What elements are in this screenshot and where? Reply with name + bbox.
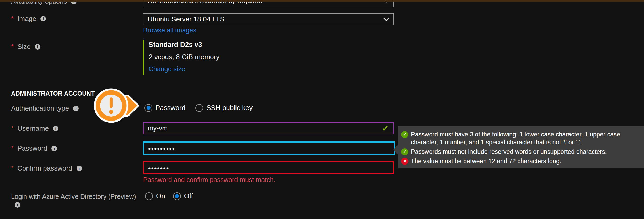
check-circle-icon [401, 131, 408, 138]
required-asterisk: * [11, 124, 14, 133]
check-circle-icon [401, 148, 408, 155]
radio-password-label: Password [155, 104, 185, 112]
availability-options-label-text: Availability options [11, 2, 67, 6]
confirm-password-input[interactable]: ••••••• [143, 161, 394, 174]
required-asterisk: * [11, 43, 14, 51]
required-asterisk: * [11, 15, 14, 23]
tooltip-item: Passwords must not include reserved word… [401, 148, 640, 156]
radio-circle [195, 104, 203, 112]
administrator-account-heading: ADMINISTRATOR ACCOUNT [11, 90, 95, 97]
radio-ssh-public-key[interactable]: SSH public key [195, 104, 253, 112]
aad-login-label: Login with Azure Active Directory (Previ… [11, 193, 136, 200]
clipped-top-row: Availability options No infrastructure r… [0, 2, 644, 7]
chevron-down-icon [383, 15, 389, 21]
aad-login-radio-group: On Off [145, 192, 193, 200]
radio-circle [145, 192, 153, 200]
valid-check-icon [382, 123, 389, 133]
size-specs: 2 vcpus, 8 GiB memory [149, 53, 219, 61]
info-icon[interactable] [71, 2, 77, 4]
radio-off-label: Off [184, 192, 193, 200]
confirm-password-label: * Confirm password [11, 164, 82, 172]
password-validation-tooltip: Password must have 3 of the following: 1… [398, 126, 644, 168]
size-name: Standard D2s v3 [149, 41, 219, 49]
size-label: * Size [11, 43, 40, 51]
info-icon[interactable] [53, 126, 58, 131]
chevron-down-icon [383, 2, 389, 3]
availability-options-label: Availability options [11, 2, 77, 6]
confirm-password-error: Password and confirm password must match… [143, 176, 275, 184]
radio-on-label: On [156, 192, 165, 200]
radio-circle [173, 192, 181, 200]
info-icon[interactable] [35, 44, 40, 50]
radio-password[interactable]: Password [144, 104, 185, 112]
availability-options-dropdown[interactable]: No infrastructure redundancy required [143, 2, 394, 7]
authentication-type-radio-group: Password SSH public key [144, 104, 253, 112]
password-label-text: Password [17, 144, 47, 152]
info-icon[interactable] [77, 166, 82, 171]
attention-pointer-icon [92, 85, 141, 126]
tooltip-item-text: Password must have 3 of the following: 1… [411, 130, 640, 146]
info-icon[interactable] [51, 146, 57, 151]
authentication-type-label-text: Authentication type [11, 104, 69, 112]
size-summary: Standard D2s v3 2 vcpus, 8 GiB memory Ch… [143, 40, 219, 75]
radio-circle [144, 104, 152, 112]
confirm-password-masked-value: ••••••• [148, 163, 169, 172]
username-label-text: Username [17, 124, 49, 133]
size-label-text: Size [17, 43, 31, 51]
radio-off[interactable]: Off [173, 192, 193, 200]
cross-circle-icon [401, 158, 408, 165]
aad-login-label-text: Login with Azure Active Directory (Previ… [11, 193, 136, 200]
radio-ssh-label: SSH public key [206, 104, 253, 112]
image-dropdown[interactable]: Ubuntu Server 18.04 LTS [143, 13, 394, 25]
username-value: my-vm [148, 124, 168, 132]
tooltip-arrow [393, 145, 398, 155]
info-icon[interactable] [73, 106, 79, 111]
tooltip-item: The value must be between 12 and 72 char… [401, 157, 640, 165]
authentication-type-label: Authentication type [11, 104, 79, 112]
radio-on[interactable]: On [145, 192, 165, 200]
image-label: * Image [11, 15, 46, 23]
tooltip-item-text: The value must be between 12 and 72 char… [411, 157, 640, 165]
info-icon[interactable] [15, 202, 20, 208]
username-label: * Username [11, 124, 58, 133]
vm-create-form: Availability options No infrastructure r… [0, 0, 644, 219]
availability-options-value: No infrastructure redundancy required [148, 2, 384, 5]
info-icon[interactable] [40, 16, 46, 21]
required-asterisk: * [11, 144, 14, 152]
required-asterisk: * [11, 164, 14, 172]
tooltip-item: Password must have 3 of the following: 1… [401, 130, 640, 146]
tooltip-item-text: Passwords must not include reserved word… [411, 148, 640, 156]
password-masked-value: ••••••••• [148, 144, 175, 152]
image-label-text: Image [17, 15, 36, 23]
change-size-link[interactable]: Change size [149, 65, 185, 73]
password-input[interactable]: ••••••••• [143, 141, 395, 155]
browse-all-images-link[interactable]: Browse all images [143, 26, 196, 34]
username-input[interactable]: my-vm [143, 122, 394, 134]
confirm-password-label-text: Confirm password [17, 164, 72, 172]
password-label: * Password [11, 144, 57, 152]
image-value: Ubuntu Server 18.04 LTS [148, 15, 384, 23]
